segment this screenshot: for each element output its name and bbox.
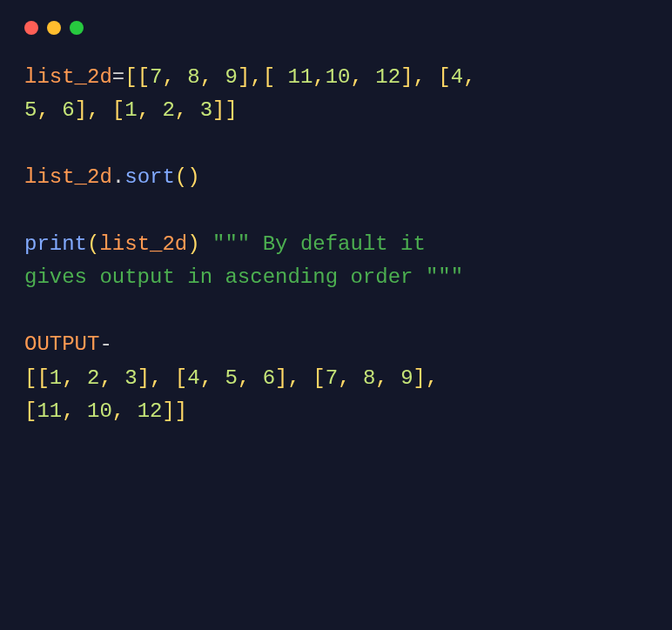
number: 4	[187, 366, 199, 390]
code-line-8	[24, 295, 648, 328]
parentheses: ()	[175, 165, 200, 189]
number: 5	[225, 366, 237, 390]
comma: ,	[175, 98, 200, 122]
number: 12	[138, 399, 163, 423]
output-label: OUTPUT	[24, 332, 99, 356]
number: 11	[288, 65, 313, 89]
paren-open: (	[87, 232, 99, 256]
bracket: ], [	[75, 98, 125, 122]
number: 8	[187, 65, 199, 89]
comma: ,	[351, 65, 376, 89]
code-editor: list_2d=[[7, 8, 9],[ 11,10, 12], [4, 5, …	[0, 35, 672, 428]
number: 1	[50, 366, 62, 390]
number: 10	[326, 65, 351, 89]
bracket: ], [	[138, 366, 188, 390]
number: 12	[375, 65, 400, 89]
comma: ,	[162, 65, 187, 89]
operator: =	[112, 65, 124, 89]
number: 10	[87, 399, 112, 423]
comma: ,	[138, 98, 163, 122]
paren-close: )	[187, 232, 199, 256]
code-line-6: print(list_2d) """ By default it	[24, 228, 648, 261]
number: 3	[124, 366, 137, 390]
number: 1	[124, 98, 137, 122]
comma: ,	[37, 98, 62, 122]
window-controls	[0, 0, 672, 35]
code-line-3	[24, 128, 648, 161]
code-line-1: list_2d=[[7, 8, 9],[ 11,10, 12], [4,	[24, 61, 648, 94]
number: 7	[326, 366, 338, 390]
code-line-5	[24, 195, 648, 228]
space	[200, 232, 212, 256]
function-name: print	[24, 232, 87, 256]
dot: .	[112, 165, 124, 189]
code-line-11: [11, 10, 12]]	[24, 395, 648, 428]
number: 8	[363, 366, 375, 390]
comma: ,	[62, 366, 87, 390]
number: 6	[263, 366, 275, 390]
docstring: """ By default it	[212, 232, 438, 256]
minimize-icon[interactable]	[47, 21, 61, 35]
code-line-9: OUTPUT-	[24, 328, 648, 361]
dash: -	[99, 332, 111, 356]
bracket: ],[	[238, 65, 288, 89]
bracket: [[	[24, 366, 50, 390]
maximize-icon[interactable]	[70, 21, 84, 35]
bracket: ]]	[162, 399, 187, 423]
number: 5	[24, 98, 37, 122]
bracket: [[	[124, 65, 150, 89]
comma: ,	[99, 366, 124, 390]
comma: ,	[375, 366, 400, 390]
close-icon[interactable]	[24, 21, 38, 35]
bracket: ]]	[212, 98, 238, 122]
bracket: [	[24, 399, 37, 423]
variable-name: list_2d	[24, 65, 112, 89]
comma: ,	[200, 366, 225, 390]
bracket: ],	[413, 366, 451, 390]
bracket: ], [	[400, 65, 451, 89]
number: 11	[37, 399, 62, 423]
number: 2	[162, 98, 174, 122]
comma: ,	[200, 65, 225, 89]
number: 9	[225, 65, 237, 89]
bracket: ], [	[275, 366, 326, 390]
number: 2	[87, 366, 99, 390]
variable-name: list_2d	[24, 165, 112, 189]
comma: ,	[338, 366, 363, 390]
code-line-4: list_2d.sort()	[24, 161, 648, 194]
number: 6	[62, 98, 74, 122]
number: 4	[451, 65, 463, 89]
comma: ,	[238, 366, 263, 390]
variable-name: list_2d	[99, 232, 187, 256]
number: 7	[150, 65, 162, 89]
method-name: sort	[124, 165, 175, 189]
comma: ,	[62, 399, 87, 423]
number: 3	[200, 98, 212, 122]
code-line-7: gives output in ascending order """	[24, 261, 648, 294]
comma: ,	[312, 65, 325, 89]
number: 9	[400, 366, 413, 390]
code-line-10: [[1, 2, 3], [4, 5, 6], [7, 8, 9],	[24, 362, 648, 395]
docstring: gives output in ascending order """	[24, 265, 463, 289]
comma: ,	[112, 399, 138, 423]
comma: ,	[463, 65, 488, 89]
code-line-2: 5, 6], [1, 2, 3]]	[24, 94, 648, 127]
